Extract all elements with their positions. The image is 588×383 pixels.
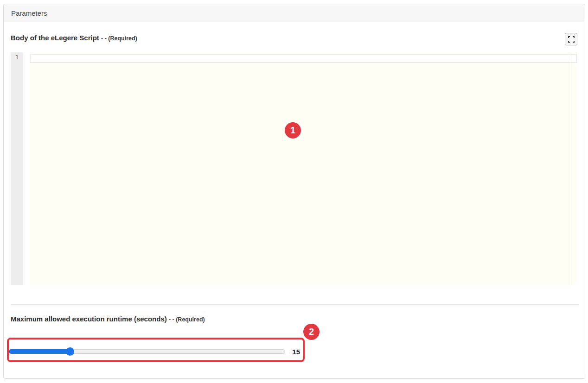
section-divider [11,304,579,305]
runtime-required-suffix: - (Required) [173,316,205,323]
fullscreen-button[interactable] [565,33,577,45]
slider-fill [9,349,70,354]
runtime-required-text: - - (Required) [169,316,205,323]
panel-header: Parameters [4,4,585,22]
panel-title: Parameters [11,9,47,17]
runtime-field-label: Maximum allowed execution runtime (secon… [11,315,205,323]
runtime-label-text: Maximum allowed execution runtime (secon… [11,315,167,323]
script-code-editor[interactable]: 1 [11,52,577,285]
script-required-suffix: - (Required) [105,35,137,42]
editor-active-line[interactable] [30,54,577,63]
runtime-slider[interactable] [9,347,285,356]
script-field-label: Body of the eLegere Script - - (Required… [11,34,137,42]
annotation-badge-1: 1 [285,122,301,138]
page: Parameters Body of the eLegere Script - … [0,0,588,383]
editor-line-number: 1 [11,54,23,61]
fullscreen-expand-icon [568,36,575,43]
script-required-text: - - (Required) [101,35,137,42]
annotation-badge-2: 2 [303,324,320,340]
editor-ruler-line [571,52,571,285]
script-label-text: Body of the eLegere Script [11,34,99,42]
slider-thumb[interactable] [66,347,74,356]
parameters-panel: Parameters Body of the eLegere Script - … [3,4,585,379]
slider-value: 15 [279,348,300,356]
editor-gutter: 1 [11,52,23,285]
editor-code-area[interactable] [30,52,577,285]
